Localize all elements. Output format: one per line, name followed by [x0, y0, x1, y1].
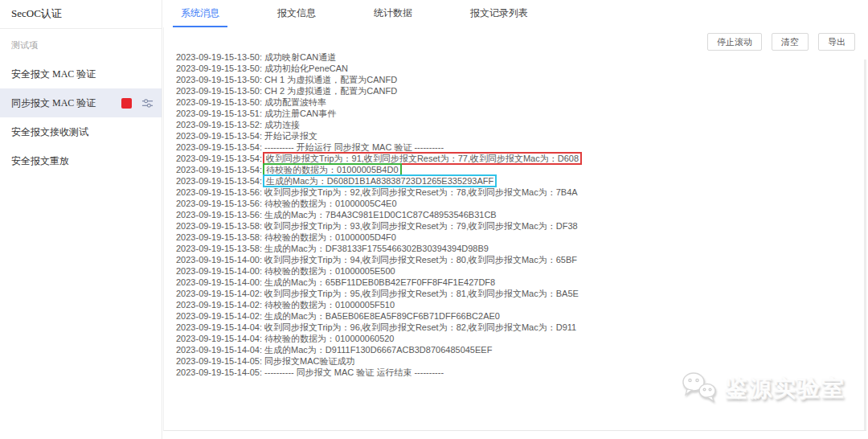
- log-line: 2023-09-19-15-13-54: 收到同步报文Trip为：91,收到同步…: [176, 153, 849, 164]
- clear-button[interactable]: 清空: [772, 33, 809, 51]
- log-message: 待校验的数据为：01000005B4D0: [264, 165, 399, 174]
- log-line: 2023-09-19-15-13-50: CH 2 为虚拟通道，配置为CANFD: [176, 85, 849, 96]
- log-message: 待校验的数据为：01000005E500: [264, 266, 395, 276]
- log-message: 生成的Mac为：D9111F130D6667ACB3D8706485045EEF: [264, 345, 492, 355]
- sidebar-section-label: 测试项: [0, 29, 162, 58]
- log-panel: 停止滚动 清空 导出 2023-09-19-15-13-50: 成功映射CAN通…: [163, 27, 866, 431]
- log-line: 2023-09-19-15-14-00: 收到同步报文Trip为：94,收到同步…: [176, 254, 849, 265]
- log-timestamp: 2023-09-19-15-14-00:: [176, 277, 264, 287]
- log-message: 成功连接: [264, 120, 300, 129]
- log-message: 收到同步报文Trip为：95,收到同步报文Reset为：81,收到同步报文Mac…: [264, 289, 579, 298]
- log-timestamp: 2023-09-19-15-14-05:: [176, 367, 264, 377]
- stop-scroll-button[interactable]: 停止滚动: [707, 33, 762, 51]
- log-timestamp: 2023-09-19-15-13-54:: [176, 131, 264, 141]
- toolbar: 停止滚动 清空 导出: [707, 33, 855, 51]
- log-line: 2023-09-19-15-14-05: 同步报文MAC验证成功: [176, 355, 849, 367]
- log-line: 2023-09-19-15-13-50: 成功配置波特率: [176, 96, 849, 108]
- log-timestamp: 2023-09-19-15-14-04:: [176, 345, 264, 355]
- log-message: 成功映射CAN通道: [264, 52, 336, 62]
- log-line: 2023-09-19-15-13-54: 待校验的数据为：01000005B4D…: [176, 164, 849, 175]
- log-message: 成功注册CAN事件: [264, 109, 336, 118]
- log-message: 生成的Mac为：65BF11DEB0BB42E7F0FF8F4F1E427DF8: [264, 277, 495, 287]
- log-line: 2023-09-19-15-13-52: 成功连接: [176, 119, 849, 130]
- log-line: 2023-09-19-15-14-00: 待校验的数据为：01000005E50…: [176, 265, 849, 277]
- log-line: 2023-09-19-15-13-58: 生成的Mac为：DF38133F175…: [176, 243, 849, 254]
- sidebar: SecOC认证 测试项 安全报文 MAC 验证同步报文 MAC 验证安全报文接收…: [0, 0, 162, 439]
- log-timestamp: 2023-09-19-15-14-05:: [176, 356, 264, 366]
- tab-bar: 系统消息报文信息统计数据报文记录列表: [163, 0, 868, 27]
- sidebar-item-sync-mac-verify[interactable]: 同步报文 MAC 验证: [0, 88, 162, 117]
- log-message: 待校验的数据为：010000060520: [264, 334, 394, 343]
- log-message: 待校验的数据为：01000005F510: [264, 300, 395, 310]
- log-timestamp: 2023-09-19-15-13-50:: [176, 52, 264, 62]
- log-message: 收到同步报文Trip为：92,收到同步报文Reset为：78,收到同步报文Mac…: [264, 187, 578, 197]
- log-message: 成功配置波特率: [264, 97, 326, 107]
- log-timestamp: 2023-09-19-15-13-50:: [176, 64, 264, 73]
- log-timestamp: 2023-09-19-15-13-50:: [176, 86, 264, 96]
- log-line: 2023-09-19-15-13-56: 生成的Mac为：7B4A3C981E1…: [176, 209, 849, 220]
- log-timestamp: 2023-09-19-15-13-58:: [176, 232, 264, 242]
- log-message: 生成的Mac为：BA5EB06E8EA5F89CF6B71DFF66BC2AE0: [264, 311, 500, 321]
- sidebar-item-secure-mac-verify[interactable]: 安全报文 MAC 验证: [0, 59, 162, 88]
- log-timestamp: 2023-09-19-15-13-58:: [176, 244, 264, 253]
- log-timestamp: 2023-09-19-15-14-04:: [176, 334, 264, 343]
- log-message: 生成的Mac为：D608D1B1A83838723D1265E335293AFF: [264, 176, 495, 186]
- status-square: [121, 98, 132, 109]
- tab-system-messages[interactable]: 系统消息: [173, 0, 227, 27]
- sidebar-item-label: 安全报文接收测试: [11, 125, 88, 139]
- log-timestamp: 2023-09-19-15-13-58:: [176, 221, 264, 231]
- log-timestamp: 2023-09-19-15-13-51:: [176, 109, 264, 118]
- log-timestamp: 2023-09-19-15-14-00:: [176, 266, 264, 276]
- log-timestamp: 2023-09-19-15-13-50:: [176, 75, 264, 84]
- sidebar-item-secure-receive-test[interactable]: 安全报文接收测试: [0, 117, 162, 146]
- log-message: 收到同步报文Trip为：91,收到同步报文Reset为：77,收到同步报文Mac…: [264, 154, 580, 163]
- export-button[interactable]: 导出: [818, 33, 855, 51]
- log-message: 待校验的数据为：01000005C4E0: [264, 199, 396, 208]
- log-message: 待校验的数据为：01000005D4F0: [264, 232, 396, 242]
- sidebar-item-secure-replay[interactable]: 安全报文重放: [0, 146, 162, 175]
- log-timestamp: 2023-09-19-15-13-54:: [176, 165, 264, 174]
- vertical-scrollbar[interactable]: [864, 59, 866, 430]
- log-timestamp: 2023-09-19-15-13-54:: [176, 154, 264, 163]
- log-line: 2023-09-19-15-14-02: 收到同步报文Trip为：95,收到同步…: [176, 288, 849, 299]
- log-timestamp: 2023-09-19-15-13-52:: [176, 120, 264, 129]
- log-message: ---------- 开始运行 同步报文 MAC 验证 ----------: [264, 142, 444, 152]
- tab-record-list[interactable]: 报文记录列表: [462, 0, 536, 27]
- log-message: 成功初始化PeneCAN: [264, 64, 348, 73]
- log-line: 2023-09-19-15-13-58: 待校验的数据为：01000005D4F…: [176, 232, 849, 243]
- log-line: 2023-09-19-15-13-50: 成功映射CAN通道: [176, 51, 849, 63]
- log-message: 同步报文MAC验证成功: [264, 356, 354, 366]
- app-title: SecOC认证: [0, 0, 162, 28]
- sidebar-item-label: 同步报文 MAC 验证: [11, 96, 96, 110]
- log-line: 2023-09-19-15-13-54: 生成的Mac为：D608D1B1A83…: [176, 175, 849, 187]
- log-line: 2023-09-19-15-14-04: 待校验的数据为：01000006052…: [176, 333, 849, 344]
- tab-statistics[interactable]: 统计数据: [366, 0, 420, 27]
- log-message: 生成的Mac为：7B4A3C981E1D0C1C87C48953546B31CB: [264, 210, 497, 220]
- log-message: CH 1 为虚拟通道，配置为CANFD: [264, 75, 397, 84]
- log-timestamp: 2023-09-19-15-13-54:: [176, 142, 264, 152]
- log-timestamp: 2023-09-19-15-14-02:: [176, 289, 264, 298]
- log-message: 收到同步报文Trip为：94,收到同步报文Reset为：80,收到同步报文Mac…: [264, 255, 577, 265]
- log-message: 开始记录报文: [264, 131, 317, 141]
- log-line: 2023-09-19-15-13-58: 收到同步报文Trip为：93,收到同步…: [176, 220, 849, 232]
- log-message: ---------- 同步报文 MAC 验证 运行结束 ----------: [264, 367, 444, 377]
- log-line: 2023-09-19-15-14-00: 生成的Mac为：65BF11DEB0B…: [176, 277, 849, 288]
- log-line: 2023-09-19-15-14-04: 生成的Mac为：D9111F130D6…: [176, 344, 849, 355]
- log-line: 2023-09-19-15-14-02: 待校验的数据为：01000005F51…: [176, 299, 849, 310]
- log-line: 2023-09-19-15-13-56: 待校验的数据为：01000005C4E…: [176, 198, 849, 209]
- log-timestamp: 2023-09-19-15-14-00:: [176, 255, 264, 265]
- log-timestamp: 2023-09-19-15-14-02:: [176, 300, 264, 310]
- log-timestamp: 2023-09-19-15-14-02:: [176, 311, 264, 321]
- log-timestamp: 2023-09-19-15-13-56:: [176, 210, 264, 220]
- log-line: 2023-09-19-15-13-50: CH 1 为虚拟通道，配置为CANFD: [176, 74, 849, 85]
- log-message: 生成的Mac为：DF38133F1755466302B30394394D98B9: [264, 244, 489, 253]
- log-line: 2023-09-19-15-13-54: ---------- 开始运行 同步报…: [176, 142, 849, 153]
- log-timestamp: 2023-09-19-15-13-56:: [176, 199, 264, 208]
- tab-message-info[interactable]: 报文信息: [269, 0, 324, 27]
- log-area: 2023-09-19-15-13-50: 成功映射CAN通道2023-09-19…: [176, 51, 849, 378]
- filter-sliders-icon[interactable]: [141, 97, 154, 109]
- sidebar-item-label: 安全报文重放: [11, 154, 69, 168]
- log-line: 2023-09-19-15-14-02: 生成的Mac为：BA5EB06E8EA…: [176, 310, 849, 322]
- log-line: 2023-09-19-15-13-54: 开始记录报文: [176, 130, 849, 142]
- log-timestamp: 2023-09-19-15-14-04:: [176, 322, 264, 332]
